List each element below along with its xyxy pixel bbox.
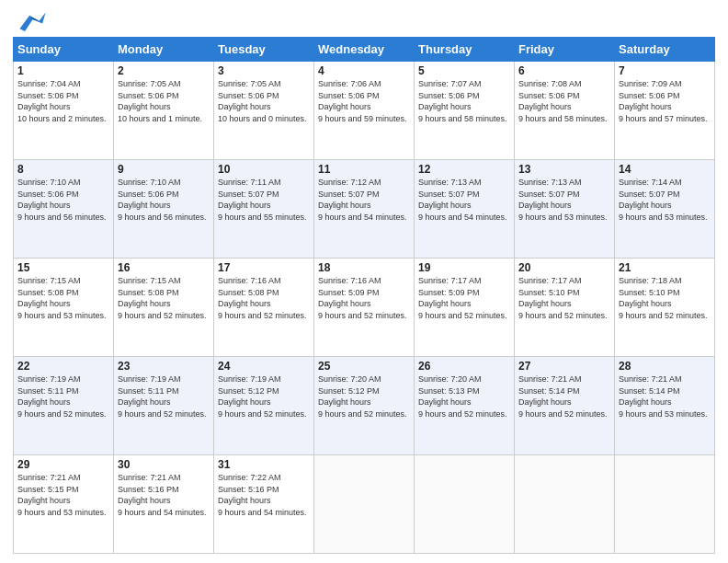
daylight-label: Daylight hours — [118, 201, 171, 210]
sunrise-label: Sunrise: — [518, 178, 549, 187]
day-info: Sunrise: 7:20 AMSunset: 5:12 PMDaylight … — [318, 373, 410, 419]
day-info: Sunrise: 7:19 AMSunset: 5:11 PMDaylight … — [118, 373, 210, 419]
sunrise-label: Sunrise: — [619, 374, 649, 384]
calendar-cell: 24Sunrise: 7:19 AMSunset: 5:12 PMDayligh… — [214, 357, 314, 455]
daylight-label: Daylight hours — [17, 201, 71, 210]
sunset-label: Sunset: — [118, 386, 146, 396]
calendar-cell: 17Sunrise: 7:16 AMSunset: 5:08 PMDayligh… — [214, 259, 314, 357]
sunrise-label: Sunrise: — [619, 276, 649, 285]
day-number: 28 — [619, 360, 711, 373]
sunrise-label: Sunrise: — [318, 178, 348, 187]
sunset-label: Sunset: — [17, 485, 46, 494]
sunset-label: Sunset: — [218, 91, 246, 100]
day-info: Sunrise: 7:15 AMSunset: 5:08 PMDaylight … — [118, 275, 210, 321]
sunset-label: Sunset: — [619, 386, 647, 396]
calendar-cell — [314, 455, 415, 554]
daylight-label: Daylight hours — [318, 102, 371, 111]
calendar-cell — [415, 455, 515, 554]
sunset-label: Sunset: — [619, 91, 647, 100]
sunset-label: Sunset: — [118, 485, 146, 494]
calendar-cell: 16Sunrise: 7:15 AMSunset: 5:08 PMDayligh… — [114, 259, 214, 357]
sunrise-label: Sunrise: — [118, 178, 148, 187]
col-header-thursday: Thursday — [415, 38, 515, 62]
day-number: 17 — [218, 261, 310, 274]
day-number: 30 — [118, 458, 210, 471]
svg-marker-0 — [19, 13, 45, 31]
day-number: 5 — [418, 64, 510, 77]
daylight-label: Daylight hours — [418, 299, 472, 308]
sunset-label: Sunset: — [518, 91, 547, 100]
daylight-label: Daylight hours — [619, 201, 672, 210]
daylight-label: Daylight hours — [17, 299, 71, 308]
sunrise-label: Sunrise: — [118, 79, 148, 88]
sunrise-label: Sunrise: — [118, 374, 148, 384]
day-number: 24 — [218, 360, 310, 373]
day-info: Sunrise: 7:13 AMSunset: 5:07 PMDaylight … — [418, 177, 510, 223]
calendar-cell: 6Sunrise: 7:08 AMSunset: 5:06 PMDaylight… — [515, 62, 615, 160]
day-info: Sunrise: 7:15 AMSunset: 5:08 PMDaylight … — [17, 275, 109, 321]
sunrise-label: Sunrise: — [218, 276, 248, 285]
daylight-label: Daylight hours — [418, 397, 472, 407]
day-number: 3 — [218, 64, 310, 77]
calendar-cell: 21Sunrise: 7:18 AMSunset: 5:10 PMDayligh… — [615, 259, 715, 357]
day-number: 22 — [17, 360, 109, 373]
daylight-label: Daylight hours — [218, 496, 271, 505]
daylight-label: Daylight hours — [318, 397, 371, 407]
sunrise-label: Sunrise: — [318, 374, 348, 384]
calendar-cell: 4Sunrise: 7:06 AMSunset: 5:06 PMDaylight… — [314, 62, 415, 160]
day-info: Sunrise: 7:16 AMSunset: 5:09 PMDaylight … — [318, 275, 410, 321]
col-header-sunday: Sunday — [14, 38, 114, 62]
sunset-label: Sunset: — [17, 288, 46, 297]
sunrise-label: Sunrise: — [218, 374, 248, 384]
page-header — [13, 9, 715, 31]
day-info: Sunrise: 7:18 AMSunset: 5:10 PMDaylight … — [619, 275, 711, 321]
day-info: Sunrise: 7:20 AMSunset: 5:13 PMDaylight … — [418, 373, 510, 419]
day-number: 19 — [418, 261, 510, 274]
logo-bird-icon — [13, 9, 46, 31]
sunset-label: Sunset: — [318, 386, 347, 396]
sunset-label: Sunset: — [218, 190, 246, 199]
daylight-label: Daylight hours — [218, 102, 271, 111]
daylight-label: Daylight hours — [518, 201, 572, 210]
day-number: 26 — [418, 360, 510, 373]
day-info: Sunrise: 7:21 AMSunset: 5:15 PMDaylight … — [17, 472, 109, 518]
day-info: Sunrise: 7:13 AMSunset: 5:07 PMDaylight … — [518, 177, 610, 223]
sunrise-label: Sunrise: — [17, 178, 48, 187]
sunset-label: Sunset: — [17, 386, 46, 396]
day-number: 25 — [318, 360, 410, 373]
day-number: 4 — [318, 64, 410, 77]
day-info: Sunrise: 7:05 AMSunset: 5:06 PMDaylight … — [118, 78, 210, 124]
sunset-label: Sunset: — [518, 288, 547, 297]
day-info: Sunrise: 7:21 AMSunset: 5:14 PMDaylight … — [518, 373, 610, 419]
calendar-cell: 3Sunrise: 7:05 AMSunset: 5:06 PMDaylight… — [214, 62, 314, 160]
daylight-label: Daylight hours — [318, 299, 371, 308]
calendar-cell: 26Sunrise: 7:20 AMSunset: 5:13 PMDayligh… — [415, 357, 515, 455]
day-info: Sunrise: 7:17 AMSunset: 5:10 PMDaylight … — [518, 275, 610, 321]
day-number: 10 — [218, 163, 310, 176]
sunrise-label: Sunrise: — [518, 79, 549, 88]
sunset-label: Sunset: — [118, 91, 146, 100]
calendar-cell: 28Sunrise: 7:21 AMSunset: 5:14 PMDayligh… — [615, 357, 715, 455]
calendar-cell: 31Sunrise: 7:22 AMSunset: 5:16 PMDayligh… — [214, 455, 314, 554]
calendar-cell: 12Sunrise: 7:13 AMSunset: 5:07 PMDayligh… — [415, 160, 515, 259]
calendar-cell: 14Sunrise: 7:14 AMSunset: 5:07 PMDayligh… — [615, 160, 715, 259]
calendar-cell: 18Sunrise: 7:16 AMSunset: 5:09 PMDayligh… — [314, 259, 415, 357]
daylight-label: Daylight hours — [218, 397, 271, 407]
calendar-cell: 20Sunrise: 7:17 AMSunset: 5:10 PMDayligh… — [515, 259, 615, 357]
sunset-label: Sunset: — [118, 288, 146, 297]
day-number: 15 — [17, 261, 109, 274]
sunrise-label: Sunrise: — [619, 79, 649, 88]
sunrise-label: Sunrise: — [17, 276, 48, 285]
day-number: 31 — [218, 458, 310, 471]
calendar-cell: 22Sunrise: 7:19 AMSunset: 5:11 PMDayligh… — [14, 357, 114, 455]
day-info: Sunrise: 7:10 AMSunset: 5:06 PMDaylight … — [118, 177, 210, 223]
sunset-label: Sunset: — [218, 288, 246, 297]
day-info: Sunrise: 7:17 AMSunset: 5:09 PMDaylight … — [418, 275, 510, 321]
daylight-label: Daylight hours — [518, 299, 572, 308]
calendar-cell: 9Sunrise: 7:10 AMSunset: 5:06 PMDaylight… — [114, 160, 214, 259]
daylight-label: Daylight hours — [118, 496, 171, 505]
calendar-cell: 13Sunrise: 7:13 AMSunset: 5:07 PMDayligh… — [515, 160, 615, 259]
calendar-cell: 19Sunrise: 7:17 AMSunset: 5:09 PMDayligh… — [415, 259, 515, 357]
day-info: Sunrise: 7:06 AMSunset: 5:06 PMDaylight … — [318, 78, 410, 124]
col-header-saturday: Saturday — [615, 38, 715, 62]
